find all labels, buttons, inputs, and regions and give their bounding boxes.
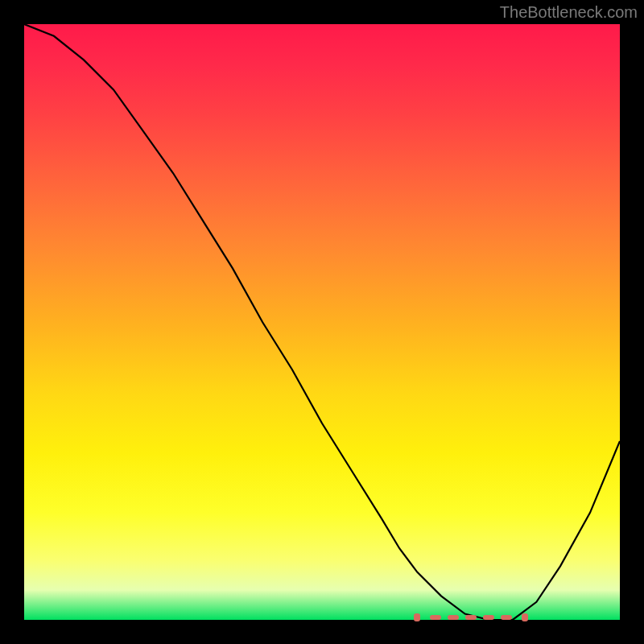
- optimal-marker: [430, 615, 441, 620]
- optimal-marker: [483, 615, 494, 620]
- optimal-marker: [501, 615, 512, 620]
- curve-svg: [24, 24, 620, 620]
- optimal-marker: [522, 613, 528, 621]
- plot-area: [24, 24, 620, 620]
- bottleneck-curve: [24, 24, 620, 620]
- optimal-marker: [465, 615, 477, 620]
- optimal-marker: [414, 613, 420, 621]
- watermark-text: TheBottleneck.com: [500, 3, 638, 22]
- optimal-marker: [448, 615, 459, 620]
